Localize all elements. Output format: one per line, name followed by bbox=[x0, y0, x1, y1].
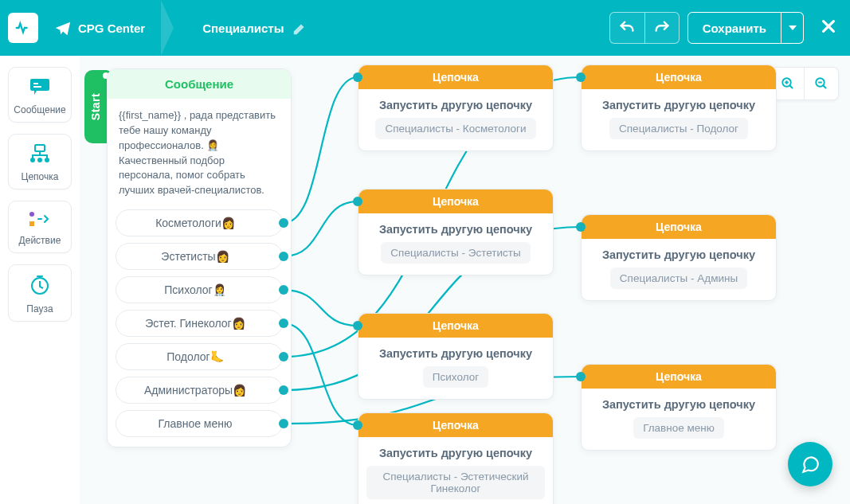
svg-rect-3 bbox=[35, 145, 45, 151]
redo-button[interactable] bbox=[644, 12, 680, 44]
zoom-controls bbox=[770, 67, 839, 100]
save-button-label: Сохранить bbox=[703, 21, 766, 35]
close-button[interactable] bbox=[820, 15, 837, 41]
tool-pause[interactable]: Пауза bbox=[8, 264, 72, 322]
chain-node[interactable]: ЦепочкаЗапустить другую цепочкуСпециалис… bbox=[358, 189, 554, 275]
svg-point-6 bbox=[45, 158, 49, 162]
message-node-body: {{first_name}} , рада представить тебе н… bbox=[108, 99, 291, 209]
output-port[interactable] bbox=[279, 218, 288, 228]
tool-sidebar: Сообщение Цепочка Действие Пауза bbox=[0, 56, 80, 504]
input-port[interactable] bbox=[353, 321, 362, 330]
input-port[interactable] bbox=[353, 197, 362, 206]
chain-node-header: Цепочка bbox=[358, 65, 553, 89]
input-port[interactable] bbox=[353, 420, 362, 430]
message-node-header: Сообщение bbox=[108, 69, 291, 99]
start-tab[interactable]: Start bbox=[84, 70, 107, 143]
message-icon bbox=[29, 77, 51, 100]
chain-node-header: Цепочка bbox=[582, 365, 776, 389]
chain-action-label: Запустить другую цепочку bbox=[366, 347, 545, 360]
message-option[interactable]: Психолог👩‍⚕️ bbox=[116, 276, 283, 303]
message-option[interactable]: Главное меню bbox=[116, 410, 283, 437]
chain-node[interactable]: ЦепочкаЗапустить другую цепочкуСпециалис… bbox=[358, 412, 554, 504]
input-port[interactable] bbox=[576, 372, 586, 381]
input-port[interactable] bbox=[353, 72, 362, 82]
chain-target-label: Специалисты - Подолог bbox=[609, 118, 748, 139]
svg-point-4 bbox=[31, 158, 34, 162]
action-icon bbox=[29, 211, 51, 230]
close-icon bbox=[820, 18, 837, 35]
tool-action[interactable]: Действие bbox=[8, 201, 72, 253]
chain-action-label: Запустить другую цепочку bbox=[590, 99, 768, 111]
chain-node[interactable]: ЦепочкаЗапустить другую цепочкуПсихолог bbox=[358, 313, 554, 400]
tool-message[interactable]: Сообщение bbox=[8, 67, 72, 123]
chain-node[interactable]: ЦепочкаЗапустить другую цепочкуСпециалис… bbox=[581, 64, 777, 151]
message-option[interactable]: Подолог🦶 bbox=[116, 343, 283, 370]
message-option[interactable]: Эстетисты👩 bbox=[116, 243, 283, 270]
chain-node[interactable]: ЦепочкаЗапустить другую цепочкуСпециалис… bbox=[581, 214, 777, 301]
chain-action-label: Запустить другую цепочку bbox=[366, 99, 545, 111]
telegram-icon bbox=[54, 19, 72, 37]
tool-label: Сообщение bbox=[14, 104, 65, 115]
chain-action-label: Запустить другую цепочку bbox=[590, 248, 768, 261]
pause-icon bbox=[29, 275, 50, 299]
zoom-in-icon bbox=[781, 76, 795, 91]
input-port[interactable] bbox=[576, 222, 586, 232]
svg-point-7 bbox=[29, 212, 34, 217]
chain-target-label: Специалисты - Эстетический Гинеколог bbox=[366, 466, 545, 499]
chain-icon bbox=[28, 144, 52, 166]
chain-action-label: Запустить другую цепочку bbox=[590, 398, 768, 411]
undo-button[interactable] bbox=[609, 12, 644, 44]
svg-rect-1 bbox=[33, 83, 38, 84]
zoom-out-icon bbox=[814, 76, 828, 91]
edit-icon bbox=[292, 19, 309, 37]
chain-node[interactable]: ЦепочкаЗапустить другую цепочкуГлавное м… bbox=[581, 364, 777, 451]
save-button-group: Сохранить bbox=[687, 12, 804, 44]
svg-rect-2 bbox=[33, 86, 41, 88]
chain-action-label: Запустить другую цепочку bbox=[366, 223, 545, 236]
message-node[interactable]: Сообщение {{first_name}} , рада представ… bbox=[107, 68, 292, 447]
chain-target-label: Специалисты - Админы bbox=[610, 268, 747, 289]
input-port[interactable] bbox=[576, 72, 586, 82]
chain-node-header: Цепочка bbox=[582, 65, 776, 89]
tool-label: Действие bbox=[19, 235, 61, 246]
header-actions: Сохранить bbox=[609, 12, 850, 44]
output-port[interactable] bbox=[279, 318, 288, 328]
output-port[interactable] bbox=[279, 285, 288, 295]
breadcrumb-brand-label: CPG Center bbox=[78, 21, 145, 35]
app-header: CPG Center Специалисты Сохранить bbox=[0, 0, 850, 56]
breadcrumb-separator bbox=[161, 0, 174, 56]
save-button[interactable]: Сохранить bbox=[687, 12, 781, 44]
chain-node-header: Цепочка bbox=[358, 189, 553, 213]
message-option[interactable]: Эстет. Гинеколог👩 bbox=[116, 310, 283, 337]
breadcrumb-brand[interactable]: CPG Center bbox=[38, 0, 161, 56]
output-port[interactable] bbox=[279, 352, 288, 361]
output-port[interactable] bbox=[279, 419, 288, 428]
output-port[interactable] bbox=[279, 252, 288, 261]
chain-node[interactable]: ЦепочкаЗапустить другую цепочкуСпециалис… bbox=[358, 64, 554, 151]
flow-canvas[interactable]: Start Сообщение {{first_name}} , рада пр… bbox=[80, 56, 850, 504]
chain-node-header: Цепочка bbox=[582, 215, 776, 239]
chat-icon bbox=[800, 454, 821, 475]
save-more-button[interactable] bbox=[781, 12, 804, 44]
message-option[interactable]: Косметологи👩 bbox=[116, 209, 283, 236]
tool-label: Пауза bbox=[26, 303, 53, 315]
chain-target-label: Психолог bbox=[423, 366, 488, 388]
breadcrumb-page[interactable]: Специалисты bbox=[186, 0, 325, 56]
undo-icon bbox=[618, 19, 636, 37]
breadcrumb-page-label: Специалисты bbox=[202, 21, 284, 35]
message-option[interactable]: Администраторы👩 bbox=[116, 377, 283, 404]
chain-node-header: Цепочка bbox=[358, 413, 553, 437]
undo-redo-group bbox=[609, 12, 680, 44]
app-logo bbox=[8, 13, 38, 43]
output-port[interactable] bbox=[279, 385, 288, 395]
support-chat-button[interactable] bbox=[788, 442, 832, 486]
chain-target-label: Специалисты - Эстетисты bbox=[381, 242, 530, 264]
start-label: Start bbox=[89, 93, 102, 120]
message-options: Косметологи👩Эстетисты👩Психолог👩‍⚕️Эстет.… bbox=[108, 209, 291, 447]
svg-rect-8 bbox=[29, 221, 34, 226]
chain-action-label: Запустить другую цепочку bbox=[366, 447, 545, 459]
tool-label: Цепочка bbox=[22, 171, 59, 182]
tool-chain[interactable]: Цепочка bbox=[8, 134, 72, 189]
zoom-out-button[interactable] bbox=[805, 68, 838, 100]
redo-icon bbox=[653, 19, 671, 37]
